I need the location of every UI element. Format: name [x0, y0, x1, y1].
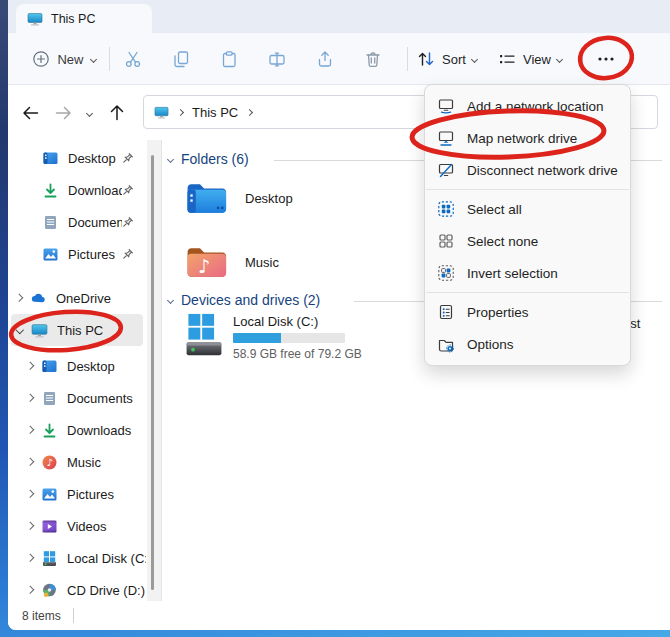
arrow-up-icon: [107, 103, 127, 123]
sidebar-item-onedrive[interactable]: OneDrive: [8, 282, 146, 314]
select-all-icon: [437, 200, 455, 218]
toolbar-divider: [109, 47, 110, 71]
menu-separator: [426, 292, 629, 293]
menu-item-select-all[interactable]: Select all: [425, 193, 630, 225]
sidebar-item-music[interactable]: ♪ Music: [8, 446, 146, 478]
sidebar-scrollbar-track[interactable]: [147, 140, 161, 601]
sidebar-item-local-disk-c[interactable]: Local Disk (C:): [8, 542, 146, 574]
file-explorer-window: This PC New Sort: [8, 0, 670, 630]
folder-label-desktop[interactable]: Desktop: [245, 176, 293, 220]
sidebar-item-documents[interactable]: Documents: [8, 382, 146, 414]
sidebar-item-this-pc[interactable]: This PC: [11, 314, 143, 346]
chevron-down-icon[interactable]: [167, 155, 174, 162]
trash-icon: [363, 49, 383, 69]
status-divider: [73, 608, 74, 623]
videos-icon: [41, 518, 58, 535]
chevron-right-icon[interactable]: [26, 490, 34, 498]
cut-button[interactable]: [115, 41, 151, 77]
this-pc-monitor-icon: [31, 322, 48, 339]
sidebar-item-desktop-pinned[interactable]: Desktop: [8, 142, 146, 174]
sidebar-item-desktop[interactable]: Desktop: [8, 350, 146, 382]
section-header-folders[interactable]: Folders (6): [168, 151, 249, 167]
menu-item-disconnect-network-drive[interactable]: Disconnect network drive: [425, 154, 630, 186]
chevron-down-icon: [85, 109, 92, 116]
chevron-right-icon[interactable]: [26, 458, 34, 466]
pictures-icon: [42, 246, 59, 263]
drive-icon-local-disk[interactable]: [182, 312, 226, 358]
share-icon: [315, 49, 335, 69]
sort-button[interactable]: Sort: [416, 43, 477, 75]
sidebar-item-videos[interactable]: Videos: [8, 510, 146, 542]
cd-drive-icon: [41, 582, 58, 599]
chevron-right-icon[interactable]: [26, 426, 34, 434]
sidebar-item-downloads-pinned[interactable]: Downloads: [8, 174, 146, 206]
chevron-right-icon[interactable]: [26, 554, 34, 562]
ellipsis-icon: [596, 49, 616, 69]
menu-item-map-network-drive[interactable]: Map network drive: [425, 122, 630, 154]
folder-icon-desktop[interactable]: [183, 176, 227, 220]
chevron-down-icon[interactable]: [16, 326, 24, 334]
toolbar-divider: [407, 47, 408, 71]
tab-bar: This PC: [8, 0, 670, 33]
view-button[interactable]: View: [497, 43, 562, 75]
network-location-icon: [437, 97, 455, 115]
downloads-icon: [41, 422, 58, 439]
pictures-icon: [41, 486, 58, 503]
recent-locations-button[interactable]: [78, 97, 100, 129]
arrow-left-icon: [21, 103, 41, 123]
chevron-down-icon: [89, 55, 96, 62]
menu-item-add-network-location[interactable]: Add a network location: [425, 90, 630, 122]
menu-item-invert-selection[interactable]: Invert selection: [425, 257, 630, 289]
chevron-right-icon[interactable]: [26, 362, 34, 370]
this-pc-monitor-icon: [154, 105, 169, 120]
select-none-icon: [437, 232, 455, 250]
chevron-down-icon[interactable]: [167, 296, 174, 303]
tab-this-pc[interactable]: This PC: [16, 4, 152, 33]
rename-button[interactable]: [259, 41, 295, 77]
menu-item-select-none[interactable]: Select none: [425, 225, 630, 257]
local-disk-icon: [41, 550, 58, 567]
share-button[interactable]: [307, 41, 343, 77]
drive-name[interactable]: Local Disk (C:): [233, 314, 318, 329]
menu-item-properties[interactable]: Properties: [425, 296, 630, 328]
disconnect-network-drive-icon: [437, 161, 455, 179]
sidebar-item-documents-pinned[interactable]: Documents: [8, 206, 146, 238]
chevron-right-icon[interactable]: [26, 586, 34, 594]
paste-button[interactable]: [211, 41, 247, 77]
chevron-right-icon[interactable]: [26, 394, 34, 402]
menu-separator: [426, 189, 629, 190]
back-button[interactable]: [16, 97, 46, 129]
see-more-button[interactable]: [588, 41, 624, 77]
copy-button[interactable]: [163, 41, 199, 77]
folder-icon-music[interactable]: ♪: [183, 240, 227, 284]
section-header-devices[interactable]: Devices and drives (2): [168, 292, 320, 308]
desktop-icon: [42, 150, 59, 167]
breadcrumb-chevron-icon: [177, 108, 184, 115]
onedrive-cloud-icon: [30, 290, 47, 307]
pin-icon: [122, 152, 134, 164]
scissors-icon: [123, 49, 143, 69]
toolbar-divider: [582, 47, 583, 71]
chevron-right-icon[interactable]: [26, 522, 34, 530]
drive-capacity-text: 58.9 GB free of 79.2 GB: [233, 347, 362, 361]
breadcrumb-chevron-icon[interactable]: [246, 108, 253, 115]
chevron-right-icon[interactable]: [15, 294, 23, 302]
forward-button[interactable]: [48, 97, 78, 129]
delete-button[interactable]: [355, 41, 391, 77]
new-button[interactable]: New: [20, 43, 108, 75]
sidebar-item-pictures-pinned[interactable]: Pictures: [8, 238, 146, 270]
folder-label-music[interactable]: Music: [245, 240, 279, 284]
breadcrumb-location[interactable]: This PC: [192, 105, 238, 120]
menu-item-options[interactable]: Options: [425, 328, 630, 360]
properties-icon: [437, 303, 455, 321]
svg-text:♪: ♪: [198, 255, 210, 278]
item-count: 8 items: [22, 609, 61, 623]
sidebar-scrollbar-thumb[interactable]: [151, 155, 154, 590]
see-more-menu: Add a network location Map network drive…: [424, 84, 631, 366]
svg-text:♪: ♪: [47, 457, 53, 468]
sidebar-item-downloads[interactable]: Downloads: [8, 414, 146, 446]
this-pc-monitor-icon: [27, 11, 43, 27]
sidebar-item-pictures[interactable]: Pictures: [8, 478, 146, 510]
up-button[interactable]: [102, 97, 132, 129]
pin-icon: [122, 248, 134, 260]
